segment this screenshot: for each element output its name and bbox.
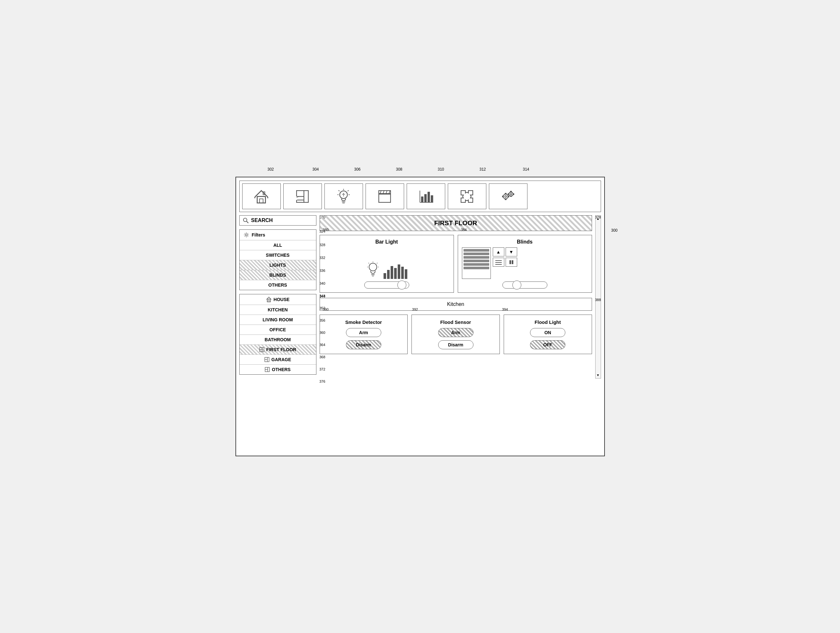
blinds-card: Blinds [458,235,592,293]
rooms-section: HOUSE KITCHEN LIVING ROOM OFFICE BATHROO… [239,294,316,375]
nav-lights[interactable] [324,184,363,209]
blinds-slider-track[interactable] [502,282,547,288]
category-blinds[interactable]: BLINDS [240,270,316,280]
barlight-slider-track[interactable] [364,282,409,288]
svg-line-64 [368,263,369,263]
blinds-tilt-stop [493,258,517,267]
blinds-controls: ▲ ▼ [493,247,517,279]
bar-3 [391,266,393,279]
smoke-arm-btn[interactable]: Arm [346,328,381,337]
stop-icon [508,259,514,265]
svg-rect-31 [431,195,433,202]
svg-rect-34 [505,193,507,195]
flood-light-card: Flood Light ON OFF [504,315,592,354]
top-nav [239,180,601,212]
flood-arm-btn[interactable]: Arm [438,328,474,337]
svg-line-15 [339,190,339,191]
main-layout: SEARCH 320 Filters ALL [239,215,601,378]
ref-394-label: 394 [502,307,508,311]
blinds-down-btn[interactable]: ▼ [505,247,517,256]
category-lights[interactable]: LIGHTS [240,260,316,270]
svg-rect-42 [508,193,509,195]
blinds-tilt-btn[interactable] [493,258,504,267]
category-all[interactable]: ALL [240,241,316,250]
bar-1 [384,273,386,279]
ref-300: 300 [611,228,617,233]
room-bathroom-label: BATHROOM [265,337,291,342]
filters-label: Filters [252,232,265,237]
device-cards-row: 380 Bar Light [320,235,592,293]
room-house-label: HOUSE [274,297,290,302]
ref-314: 314 [523,167,529,172]
nav-scenes[interactable] [366,184,404,209]
ref-376: 376 [319,380,325,383]
category-others-label: OTHERS [268,282,287,288]
room-garage[interactable]: GARAGE [240,355,316,365]
barlight-icons [324,247,450,279]
kitchen-banner: Kitchen [320,298,592,311]
blinds-slider-thumb[interactable] [512,280,521,290]
barchart-icon [417,188,434,205]
blinds-stop-btn[interactable] [505,258,517,267]
barlight-slider-thumb[interactable] [397,280,406,290]
svg-rect-43 [513,193,514,195]
floor-banner: FIRST FLOOR [320,215,592,231]
scrollbar[interactable]: ▲ ▼ [595,215,601,378]
svg-rect-1 [259,199,263,203]
blinds-inner: ▲ ▼ [462,247,588,279]
blind-line-5 [464,263,489,266]
floorplan-small-icon [259,347,264,352]
flood-on-btn[interactable]: ON [530,328,565,337]
flood-light-title: Flood Light [535,320,561,325]
room-bathroom[interactable]: BATHROOM [240,335,316,345]
nav-settings[interactable] [489,184,527,209]
svg-rect-20 [379,193,391,203]
room-living[interactable]: LIVING ROOM [240,315,316,325]
ref-380-label: 380 [323,228,328,232]
kitchen-cards-row: 390 392 394 Smoke Detector Arm Disarm Fl… [320,315,592,354]
nav-home[interactable] [242,184,281,209]
category-others[interactable]: OTHERS [240,280,316,290]
kitchen-title: Kitchen [447,301,464,307]
floorplan-icon [294,188,311,205]
room-office[interactable]: OFFICE [240,325,316,335]
room-firstfloor-label: FIRST FLOOR [266,347,296,352]
nav-charts[interactable] [407,184,445,209]
ref-302: 302 [268,167,274,172]
room-house[interactable]: HOUSE [240,294,316,305]
flood-off-btn[interactable]: OFF [530,340,565,349]
ref-390-label: 390 [323,307,328,311]
clapperboard-icon [376,188,393,205]
svg-point-39 [510,193,512,195]
smoke-detector-title: Smoke Detector [345,320,382,325]
ref-384-label: 384 [461,228,467,232]
blinds-title: Blinds [462,239,588,245]
blind-line-6 [464,267,489,269]
room-others[interactable]: OTHERS [240,365,316,374]
filters-item[interactable]: Filters [240,230,316,241]
blinds-slider[interactable] [462,282,588,288]
search-box[interactable]: SEARCH [239,215,316,226]
barlight-slider[interactable] [324,282,450,288]
smoke-disarm-btn[interactable]: Disarm [346,340,381,349]
room-firstfloor[interactable]: FIRST FLOOR [240,345,316,355]
room-kitchen[interactable]: KITCHEN [240,305,316,315]
nav-floorplan[interactable] [283,184,322,209]
blinds-up-btn[interactable]: ▲ [493,247,504,256]
svg-point-38 [509,192,513,196]
scroll-down-arrow[interactable]: ▼ [597,373,600,377]
ref-388: 388 [595,298,601,302]
floor-banner-text: FIRST FLOOR [434,220,477,226]
flood-disarm-btn[interactable]: Disarm [438,340,474,349]
search-icon [243,218,249,223]
blinds-preview [462,247,491,279]
bar-4 [394,268,397,279]
nav-puzzle[interactable] [448,184,486,209]
category-switches[interactable]: SWITCHES [240,250,316,260]
barlight-title: Bar Light [324,239,450,245]
ref-368: 368 [319,355,325,359]
category-lights-label: LIGHTS [270,263,286,267]
room-kitchen-label: KITCHEN [268,307,287,312]
svg-point-46 [245,234,247,236]
ref-312: 312 [480,167,486,172]
